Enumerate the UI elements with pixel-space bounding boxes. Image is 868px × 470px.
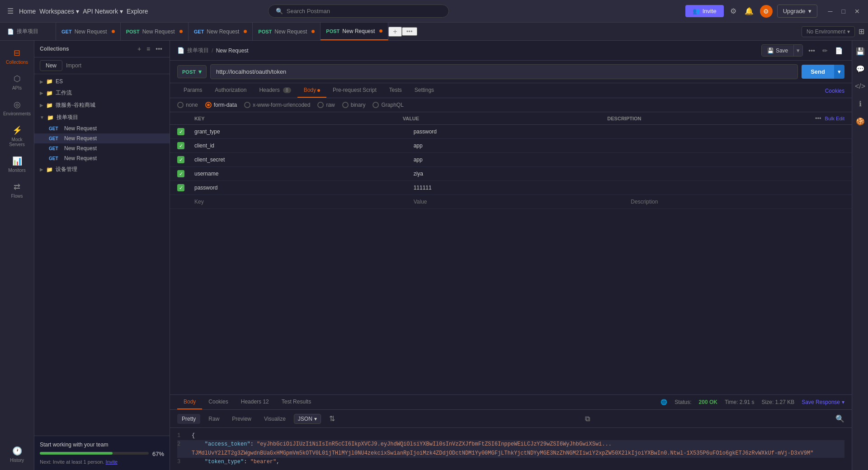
- sort-collections-button[interactable]: ≡: [145, 44, 152, 53]
- resp-tab-headers[interactable]: Headers 12: [235, 395, 275, 409]
- tab-get-1[interactable]: GET New Request: [56, 23, 121, 40]
- invite-link[interactable]: Invite: [106, 459, 118, 465]
- url-input[interactable]: [210, 64, 798, 79]
- value-client-id[interactable]: [410, 141, 629, 151]
- sidebar-item-apis[interactable]: ⬡ APIs: [2, 70, 33, 94]
- tab-authorization[interactable]: Authorization: [208, 83, 253, 98]
- value-client-secret[interactable]: [410, 155, 629, 165]
- desc-password[interactable]: [629, 183, 844, 193]
- resp-tab-test-results[interactable]: Test Results: [275, 395, 317, 409]
- key-placeholder[interactable]: [191, 197, 410, 207]
- new-button[interactable]: New: [40, 60, 62, 71]
- request-item-1[interactable]: GET New Request: [34, 123, 170, 133]
- sidebar-item-mock-servers[interactable]: ⚡ Mock Servers: [2, 122, 33, 151]
- body-option-urlencoded[interactable]: x-www-form-urlencoded: [244, 102, 310, 108]
- right-save-icon[interactable]: 💾: [853, 44, 868, 58]
- body-option-form-data[interactable]: form-data: [205, 102, 237, 108]
- menu-icon[interactable]: ☰: [5, 5, 15, 17]
- settings-icon[interactable]: ⚙: [728, 5, 738, 17]
- tree-item-micro-services[interactable]: ▶ 📁 微服务-谷粒商城: [34, 99, 170, 111]
- search-bar[interactable]: 🔍 Search Postman: [268, 5, 449, 18]
- value-password[interactable]: [410, 183, 629, 193]
- tree-item-jiehang[interactable]: ▼ 📁 接单项目: [34, 111, 170, 123]
- send-button[interactable]: Send: [802, 65, 834, 79]
- notification-icon[interactable]: 🔔: [743, 5, 755, 17]
- format-pretty-button[interactable]: Pretty: [177, 414, 200, 424]
- copy-response-button[interactable]: ⧉: [585, 415, 590, 423]
- format-raw-button[interactable]: Raw: [204, 414, 224, 424]
- tree-item-device-mgmt[interactable]: ▶ 📁 设备管理: [34, 163, 170, 176]
- checkbox-client-id[interactable]: ✓: [177, 142, 184, 149]
- add-collection-button[interactable]: +: [136, 44, 143, 53]
- tab-tests[interactable]: Tests: [383, 83, 408, 98]
- more-collections-button[interactable]: •••: [154, 44, 164, 53]
- json-selector[interactable]: JSON ▾: [294, 414, 321, 424]
- tab-params[interactable]: Params: [177, 83, 208, 98]
- import-button[interactable]: Import: [66, 62, 81, 69]
- tree-item-workflows[interactable]: ▶ 📁 工作流: [34, 87, 170, 99]
- right-cookie-icon[interactable]: 🍪: [853, 114, 868, 128]
- filter-icon-button[interactable]: ⇅: [325, 413, 340, 425]
- key-grant-type[interactable]: [191, 127, 410, 137]
- workspaces-nav[interactable]: Workspaces ▾: [39, 8, 79, 15]
- sidebar-item-flows[interactable]: ⇄ Flows: [2, 178, 33, 202]
- explore-nav[interactable]: Explore: [127, 8, 148, 15]
- home-nav[interactable]: Home: [19, 8, 36, 15]
- value-username[interactable]: [410, 169, 629, 179]
- body-option-binary[interactable]: binary: [342, 102, 366, 108]
- right-code-icon[interactable]: </>: [852, 80, 868, 93]
- key-password[interactable]: [191, 183, 410, 193]
- desc-client-id[interactable]: [629, 141, 844, 151]
- format-preview-button[interactable]: Preview: [227, 414, 256, 424]
- send-dropdown-button[interactable]: ▾: [834, 65, 844, 79]
- minimize-button[interactable]: ─: [826, 7, 835, 16]
- gear-active-icon[interactable]: ⚙: [760, 5, 773, 18]
- request-item-2[interactable]: GET New Request: [34, 133, 170, 143]
- tab-headers[interactable]: Headers 8: [253, 83, 297, 98]
- tab-home[interactable]: 📄 接单项目: [2, 23, 56, 40]
- desc-grant-type[interactable]: [629, 127, 844, 137]
- env-settings-button[interactable]: ⊞: [857, 25, 866, 38]
- body-option-raw[interactable]: raw: [317, 102, 335, 108]
- request-item-4[interactable]: GET New Request: [34, 153, 170, 163]
- format-visualize-button[interactable]: Visualize: [259, 414, 290, 424]
- env-selector[interactable]: No Environment ▾: [802, 26, 855, 37]
- sidebar-item-environments[interactable]: ◎ Environments: [2, 96, 33, 120]
- method-select[interactable]: POST ▾: [177, 65, 207, 78]
- doc-icon-button[interactable]: 📄: [833, 44, 844, 57]
- maximize-button[interactable]: □: [839, 7, 848, 16]
- tab-get-2[interactable]: GET New Request: [189, 23, 253, 40]
- api-network-nav[interactable]: API Network ▾: [83, 8, 123, 15]
- save-button[interactable]: 💾 Save: [762, 45, 793, 56]
- sidebar-item-monitors[interactable]: 📊 Monitors: [2, 152, 33, 176]
- bulk-edit-button[interactable]: Bulk Edit: [825, 116, 844, 121]
- tab-post-2[interactable]: POST New Request: [253, 23, 321, 40]
- tab-post-active[interactable]: POST New Request: [321, 23, 388, 40]
- sidebar-item-history[interactable]: 🕐 History: [2, 442, 33, 466]
- desc-username[interactable]: [629, 169, 844, 179]
- checkbox-username[interactable]: ✓: [177, 170, 184, 177]
- resp-tab-cookies[interactable]: Cookies: [202, 395, 234, 409]
- tab-post-1[interactable]: POST New Request: [121, 23, 189, 40]
- upgrade-button[interactable]: Upgrade ▾: [777, 5, 817, 18]
- search-response-button[interactable]: 🔍: [835, 414, 844, 423]
- close-button[interactable]: ✕: [852, 7, 863, 16]
- tab-pre-request-script[interactable]: Pre-request Script: [326, 83, 383, 98]
- body-option-graphql[interactable]: GraphQL: [373, 102, 403, 108]
- value-grant-type[interactable]: [410, 127, 629, 137]
- cookies-link[interactable]: Cookies: [825, 88, 844, 94]
- key-client-id[interactable]: [191, 141, 410, 151]
- breadcrumb-more-button[interactable]: •••: [807, 44, 817, 57]
- desc-placeholder[interactable]: [629, 197, 844, 207]
- right-comment-icon[interactable]: 💬: [853, 62, 868, 76]
- key-username[interactable]: [191, 169, 410, 179]
- checkbox-grant-type[interactable]: ✓: [177, 128, 184, 135]
- checkbox-password[interactable]: ✓: [177, 184, 184, 191]
- edit-icon-button[interactable]: ✏: [821, 44, 830, 57]
- desc-client-secret[interactable]: [629, 155, 844, 165]
- save-response-button[interactable]: Save Response ▾: [802, 399, 844, 405]
- new-tab-button[interactable]: +: [388, 27, 401, 37]
- right-info-icon[interactable]: ℹ: [856, 97, 864, 111]
- more-icon-table[interactable]: •••: [815, 115, 821, 122]
- tab-body[interactable]: Body: [297, 83, 326, 98]
